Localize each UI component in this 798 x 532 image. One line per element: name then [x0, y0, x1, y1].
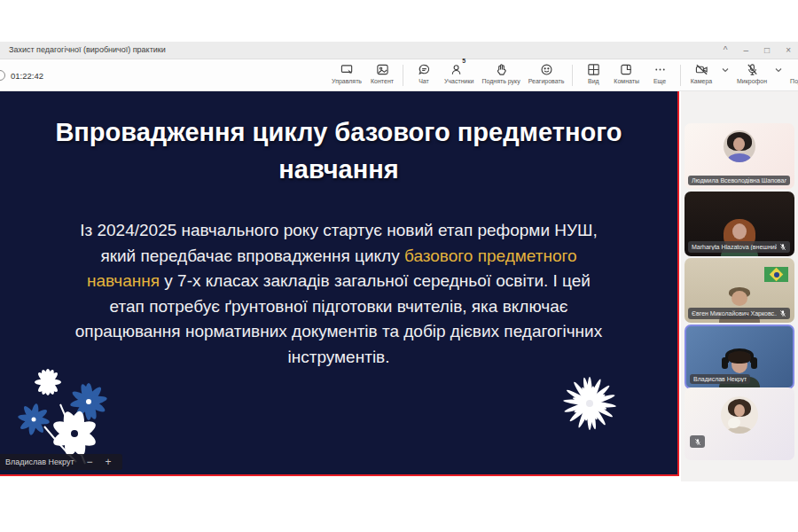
avatar — [724, 130, 755, 162]
meeting-toolbar: 01:22:42 Управлять Контент Чат — [0, 59, 798, 91]
meeting-timer: 01:22:42 — [11, 71, 43, 81]
mic-off-icon — [746, 63, 759, 76]
participants-sidebar: Людмила Всеволодівна Шаповало... Marhary… — [681, 91, 798, 481]
participant-name: Marharyta Hlazatova (внешний) — [692, 244, 777, 250]
rooms-button[interactable]: Комнаты — [614, 63, 639, 84]
flower-decoration-right — [539, 363, 641, 447]
toolbar-divider — [572, 65, 573, 86]
share-label: Поделиться — [790, 78, 798, 84]
share-button[interactable]: Поделиться — [790, 63, 798, 84]
participant-name: Євген Миколайович Харковс... — [692, 310, 777, 317]
presenter-overlay: Владислав Некрут − + — [0, 454, 122, 470]
camera-chevron-icon[interactable] — [722, 67, 729, 73]
participants-button[interactable]: 5 Участники — [444, 63, 473, 84]
mic-chevron-icon[interactable] — [775, 67, 782, 73]
window-caret-icon[interactable]: ^ — [724, 46, 728, 55]
rooms-label: Комнаты — [614, 78, 639, 84]
participant-tile-unnamed[interactable] — [685, 387, 794, 460]
window-title: Захист педагогічної (виробничої) практик… — [9, 45, 166, 54]
slide-title: Впровадження циклу базового предметного … — [26, 113, 652, 188]
chat-icon — [418, 63, 431, 76]
participants-count-badge: 5 — [462, 58, 466, 64]
close-button[interactable]: × — [786, 46, 791, 55]
content-label: Контент — [371, 78, 394, 84]
participants-label: Участники — [444, 78, 473, 84]
more-dots-icon — [653, 63, 667, 76]
manage-label: Управлять — [332, 78, 362, 84]
participant-name: Владислав Некрут — [693, 376, 747, 382]
mic-muted-icon — [779, 243, 786, 251]
participants-icon — [450, 63, 464, 76]
toolbar-divider — [403, 65, 403, 86]
timer-icon — [0, 70, 5, 81]
window-titlebar: Захист педагогічної (виробничої) практик… — [0, 42, 798, 59]
flower-decoration-left — [7, 364, 140, 466]
toolbar-divider — [680, 65, 681, 86]
raise-hand-icon — [495, 63, 508, 76]
rooms-icon — [620, 63, 633, 76]
camera-off-icon — [695, 63, 708, 76]
zoom-in-button[interactable]: + — [106, 458, 112, 466]
mic-muted-badge — [690, 435, 705, 448]
view-grid-icon — [587, 63, 600, 76]
raise-hand-label: Поднять руку — [481, 78, 520, 84]
view-label: Вид — [588, 78, 599, 84]
raise-hand-button[interactable]: Поднять руку — [481, 63, 520, 84]
mic-muted-icon — [694, 438, 701, 446]
minimize-button[interactable]: – — [744, 46, 749, 55]
meeting-app-window: Захист педагогічної (виробничої) практик… — [0, 0, 798, 532]
content-button[interactable]: Контент — [370, 63, 395, 84]
maximize-button[interactable]: □ — [764, 46, 770, 55]
chat-label: Чат — [419, 78, 429, 84]
participant-tile-vladyslav-active[interactable]: Владислав Некрут — [685, 325, 794, 389]
zoom-out-button[interactable]: − — [87, 458, 93, 466]
presenter-name: Владислав Некрут — [5, 458, 74, 466]
react-label: Реагировать — [528, 78, 565, 84]
participant-name-label: Владислав Некрут — [690, 374, 750, 384]
manage-button[interactable]: Управлять — [332, 63, 362, 84]
more-label: Еще — [653, 78, 666, 84]
react-button[interactable]: Реагировать — [528, 63, 565, 84]
participant-tile-lyudmyla[interactable]: Людмила Всеволодівна Шаповало... — [685, 123, 794, 189]
view-button[interactable]: Вид — [581, 63, 606, 84]
camera-button[interactable]: Камера — [689, 63, 714, 84]
react-smiley-icon — [540, 63, 553, 76]
more-button[interactable]: Еще — [647, 63, 672, 84]
participant-tile-yevhen[interactable]: Євген Миколайович Харковс... — [685, 258, 794, 323]
avatar — [721, 396, 758, 434]
camera-label: Камера — [691, 78, 712, 84]
participant-name-label: Marharyta Hlazatova (внешний) — [688, 241, 790, 253]
mic-label: Микрофон — [737, 78, 767, 84]
participant-tile-marharyta[interactable]: Marharyta Hlazatova (внешний) — [685, 192, 794, 256]
screen-manage-icon — [340, 63, 354, 76]
mic-button[interactable]: Микрофон — [737, 63, 767, 84]
participant-name-label: Євген Миколайович Харковс... — [688, 308, 790, 319]
content-icon — [376, 63, 389, 76]
mic-muted-icon — [779, 309, 786, 317]
slide-paragraph: Із 2024/2025 навчального року стартує но… — [69, 218, 608, 370]
shared-screen-region: Впровадження циклу базового предметного … — [0, 91, 679, 476]
chat-button[interactable]: Чат — [411, 63, 436, 84]
brazil-flag — [764, 267, 788, 282]
participant-name: Людмила Всеволодівна Шаповало... — [692, 177, 786, 184]
participant-name-label: Людмила Всеволодівна Шаповало... — [688, 176, 790, 185]
